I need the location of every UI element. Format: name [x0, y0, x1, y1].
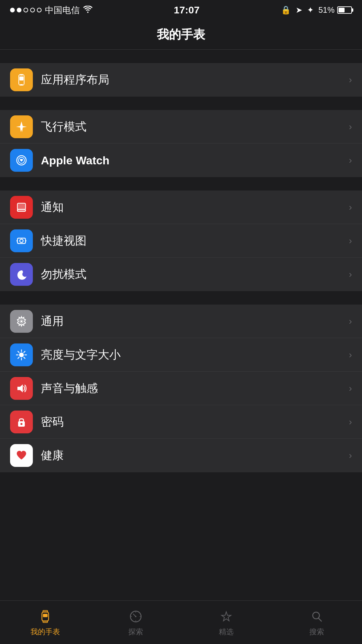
svg-point-28 [20, 423, 22, 425]
section-4: 通用 › 亮度与文字大小 › [0, 305, 362, 472]
explore-tab-label: 探索 [128, 627, 143, 637]
location-icon: ➤ [296, 5, 302, 15]
list-item-notifications[interactable]: 通知 › [0, 191, 362, 224]
svg-line-25 [18, 357, 19, 359]
svg-rect-1 [19, 76, 23, 80]
list-item-airplane[interactable]: 飞行模式 › [0, 110, 362, 144]
svg-rect-31 [43, 621, 48, 623]
chevron-icon-2: › [349, 121, 352, 132]
svg-rect-32 [43, 614, 48, 617]
section-gap-4 [0, 291, 362, 305]
explore-tab-icon [127, 608, 144, 625]
svg-rect-3 [20, 84, 23, 85]
dnd-icon-bg [10, 263, 33, 286]
brightness-icon-bg [10, 343, 33, 366]
list-item-passcode[interactable]: 密码 › [0, 405, 362, 439]
battery-container: 51% [318, 5, 352, 15]
notification-icon-bg [10, 196, 33, 219]
apple-watch-label: Apple Watch [41, 154, 346, 167]
sound-icon-bg [10, 377, 33, 400]
gear-icon-bg [10, 310, 33, 333]
search-tab-label: 搜索 [309, 627, 324, 637]
tab-search[interactable]: 搜索 [272, 608, 362, 637]
list-item-brightness[interactable]: 亮度与文字大小 › [0, 338, 362, 372]
svg-marker-26 [17, 384, 23, 392]
airplane-label: 飞行模式 [41, 119, 346, 135]
lock-icon: 🔒 [281, 5, 291, 15]
dot3 [23, 8, 28, 12]
section-gap-1 [0, 50, 362, 63]
chevron-icon-11: › [349, 450, 352, 461]
health-label: 健康 [41, 448, 346, 463]
applewatch-icon [15, 154, 28, 167]
status-time: 17:07 [174, 4, 200, 16]
status-right: 🔒 ➤ ✦ 51% [281, 5, 352, 15]
svg-point-16 [20, 320, 22, 322]
list-item-sound[interactable]: 声音与触感 › [0, 372, 362, 405]
chevron-icon-4: › [349, 202, 352, 213]
passcode-label: 密码 [41, 414, 346, 430]
chevron-icon-9: › [349, 383, 352, 394]
dot5 [37, 8, 42, 12]
tab-my-watch[interactable]: 我的手表 [0, 608, 90, 637]
bluetooth-icon: ✦ [307, 5, 314, 15]
dot2 [17, 8, 21, 12]
brightness-icon [15, 348, 28, 362]
airplane-icon-bg [10, 115, 33, 138]
gear-icon [15, 315, 28, 328]
list-item-apple-watch[interactable]: Apple Watch › [0, 144, 362, 177]
apple-watch-icon-bg [10, 149, 33, 172]
battery-percent: 51% [318, 5, 335, 15]
svg-line-23 [24, 357, 25, 359]
list-item-quick-view[interactable]: 快捷视图 › [0, 224, 362, 258]
chevron-icon-3: › [349, 155, 352, 166]
featured-tab-icon [218, 608, 235, 625]
chevron-icon-6: › [349, 269, 352, 280]
featured-tab-label: 精选 [219, 627, 234, 637]
svg-point-17 [19, 353, 24, 357]
battery-fill [339, 8, 345, 12]
tab-featured[interactable]: 精选 [181, 608, 272, 637]
section-gap-2 [0, 97, 362, 110]
brightness-label: 亮度与文字大小 [41, 347, 346, 363]
dnd-label: 勿扰模式 [41, 267, 346, 282]
signal-dots [10, 8, 42, 12]
svg-line-22 [18, 351, 19, 353]
section-2: 飞行模式 › Apple Watch › [0, 110, 362, 177]
svg-rect-2 [20, 74, 23, 75]
carrier-label: 中国电信 [45, 4, 80, 16]
tab-bar: 我的手表 探索 精选 [0, 600, 362, 644]
svg-rect-8 [18, 204, 25, 209]
quickview-icon [15, 234, 28, 248]
list-item-general[interactable]: 通用 › [0, 305, 362, 338]
health-icon [15, 449, 28, 462]
battery-icon [337, 6, 352, 14]
sound-label: 声音与触感 [41, 381, 346, 396]
chevron-icon-10: › [349, 417, 352, 427]
page-title: 我的手表 [157, 26, 205, 43]
notification-icon [15, 201, 28, 214]
general-label: 通用 [41, 314, 346, 329]
chevron-icon: › [349, 74, 352, 85]
airplane-icon [15, 120, 28, 133]
svg-rect-9 [17, 209, 25, 211]
moon-icon [15, 268, 28, 281]
list-item-do-not-disturb[interactable]: 勿扰模式 › [0, 258, 362, 291]
main-content: 应用程序布局 › 飞行模式 › Apple Watch › [0, 50, 362, 600]
chevron-icon-8: › [349, 350, 352, 360]
svg-point-11 [20, 239, 23, 243]
dot4 [30, 8, 35, 12]
notifications-label: 通知 [41, 200, 346, 215]
watch-icon [15, 73, 28, 87]
quick-view-label: 快捷视图 [41, 233, 346, 249]
tab-explore[interactable]: 探索 [90, 608, 181, 637]
svg-rect-30 [43, 610, 48, 612]
app-layout-icon [10, 68, 33, 91]
my-watch-tab-label: 我的手表 [31, 627, 60, 637]
svg-point-39 [135, 616, 136, 617]
list-item-health[interactable]: 健康 › [0, 439, 362, 472]
status-left: 中国电信 [10, 4, 93, 16]
passcode-icon [15, 415, 28, 429]
list-item-app-layout[interactable]: 应用程序布局 › [0, 63, 362, 97]
nav-title-bar: 我的手表 [0, 20, 362, 50]
